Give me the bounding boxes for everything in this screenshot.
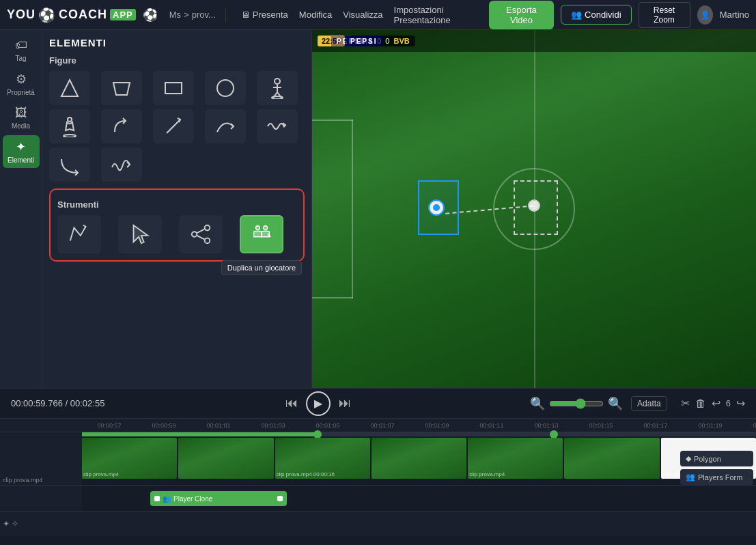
play-button[interactable]: ▶ xyxy=(306,391,331,416)
clip-row-label: clip prova.mp4 xyxy=(3,477,43,484)
svg-line-17 xyxy=(197,236,204,240)
sidebar-item-media[interactable]: 🖼 Media xyxy=(3,102,40,134)
clip-thumb[interactable]: clip prova.mp4 00:00:16 xyxy=(275,438,370,479)
shape-circle[interactable] xyxy=(205,71,246,105)
tools-section: Strumenti xyxy=(49,188,305,262)
shape-diagonal-line[interactable] xyxy=(153,109,194,143)
svg-point-11 xyxy=(64,135,76,137)
clip-thumb[interactable]: clip prova.mp4 xyxy=(468,438,563,479)
timeline-header: 00:00:5700:00:5900:01:0100:01:0300:01:05… xyxy=(0,419,756,432)
breadcrumb: Ms > prov... xyxy=(169,10,216,20)
export-button[interactable]: Esporta Video xyxy=(489,1,554,29)
share-button[interactable]: 👥 Condividi xyxy=(561,5,631,25)
clip-thumb[interactable] xyxy=(564,438,659,479)
playback-controls: ⏮ ▶ ⏭ xyxy=(285,391,351,416)
redo-button[interactable]: ↪ xyxy=(736,397,745,410)
timeline-tick: 00:01:05 xyxy=(300,422,355,429)
tool-duplicate-player[interactable]: Duplica un giocatore xyxy=(240,215,283,253)
zoom-out-button[interactable]: 🔍 xyxy=(530,396,545,411)
timeline-tick: 00:00:57 xyxy=(82,422,137,429)
breadcrumb-ms[interactable]: Ms xyxy=(169,10,181,20)
goal-box-top xyxy=(312,120,353,121)
players-form-icon: 👥 xyxy=(686,473,695,481)
clip-thumb-label: clip prova.mp4 xyxy=(469,471,505,477)
shape-triangle[interactable] xyxy=(49,71,90,105)
shape-curved-path[interactable] xyxy=(49,148,90,182)
zoom-slider[interactable] xyxy=(549,398,604,409)
logo-you: YOU xyxy=(7,8,36,22)
overlay-label-area: ✦ ✧ xyxy=(0,512,82,536)
breadcrumb-prov[interactable]: prov... xyxy=(192,10,216,20)
shape-wavy-line[interactable] xyxy=(257,109,298,143)
nav-presenta[interactable]: 🖥 Presenta xyxy=(241,5,288,25)
animation-row: 👥 Player Clone xyxy=(0,486,756,512)
shape-rectangle[interactable] xyxy=(153,71,194,105)
clips-content: clip prova.mp4clip prova.mp4 00:00:16cli… xyxy=(82,438,756,485)
share-icon: 👥 xyxy=(571,10,582,20)
top-nav: YOU ⚽ COACH APP ⚽ Ms > prov... 🖥 Present… xyxy=(0,0,756,30)
nav-visualizza[interactable]: Visualizza xyxy=(343,5,382,25)
clip-thumb[interactable] xyxy=(372,438,466,479)
clip-label-area: clip prova.mp4 xyxy=(0,438,82,485)
cut-tool-button[interactable]: ✂ xyxy=(681,397,690,410)
sidebar-item-proprieta[interactable]: ⚙ Proprietà xyxy=(3,68,40,100)
clip-thumb[interactable]: clip prova.mp4 xyxy=(82,438,177,479)
player-marker-blue xyxy=(428,199,445,216)
timeline-tick: 00:01:11 xyxy=(464,422,519,429)
track-handle-right[interactable] xyxy=(277,496,283,501)
user-name: Martino xyxy=(720,10,749,20)
nav-divider xyxy=(225,8,226,22)
delete-button[interactable]: 🗑 xyxy=(695,397,706,410)
playback-bar: 00:00:59.766 / 00:02:55 ⏮ ▶ ⏭ 🔍 🔍 Adatta… xyxy=(0,389,756,419)
adapt-button[interactable]: Adatta xyxy=(631,396,667,411)
sidebar-item-elementi[interactable]: ✦ Elementi xyxy=(3,135,40,168)
shapes-grid xyxy=(49,71,305,182)
reset-zoom-button[interactable]: Reset Zoom xyxy=(639,2,690,28)
track-handle-left[interactable] xyxy=(154,496,160,501)
logo: YOU ⚽ COACH APP ⚽ xyxy=(7,7,158,23)
clip-thumb[interactable] xyxy=(178,438,273,479)
shape-person-shadow[interactable] xyxy=(49,109,90,143)
strumenti-title: Strumenti xyxy=(57,199,296,210)
panel-title: ELEMENTI xyxy=(49,37,305,48)
tool-lasso[interactable] xyxy=(57,215,101,253)
shape-trapezoid[interactable] xyxy=(101,71,142,105)
tool-share[interactable] xyxy=(179,215,223,253)
skip-forward-button[interactable]: ⏭ xyxy=(339,396,351,410)
right-sidebar-players-form[interactable]: 👥 Players Form xyxy=(680,469,753,485)
main-area: 🏷 Tag ⚙ Proprietà 🖼 Media ✦ Elementi ELE… xyxy=(0,30,756,388)
nav-modifica[interactable]: Modifica xyxy=(299,5,332,25)
shape-person-standing[interactable] xyxy=(257,71,298,105)
player-clone-track[interactable]: 👥 Player Clone xyxy=(150,491,287,506)
shape-squiggle[interactable] xyxy=(101,148,142,182)
timeline-tick: 00:01:21 xyxy=(738,422,756,429)
svg-point-13 xyxy=(205,225,210,231)
video-area: 22:57 RMA 0 0 BVB PEPSI PEPSI PEPSI xyxy=(312,30,756,388)
shape-curve-arrow[interactable] xyxy=(101,109,142,143)
time-display: 00:00:59.766 / 00:02:55 xyxy=(11,398,107,408)
tool-select[interactable] xyxy=(118,215,162,253)
timeline-tick: 00:01:03 xyxy=(246,422,300,429)
undo-button[interactable]: ↩ xyxy=(712,397,720,410)
skip-back-button[interactable]: ⏮ xyxy=(285,396,298,410)
progress-track xyxy=(82,432,756,436)
right-sidebar-polygon[interactable]: ◆ Polygon xyxy=(680,451,753,466)
goal-box-bottom xyxy=(312,297,353,298)
timeline-tick: 00:01:01 xyxy=(191,422,246,429)
progress-fill xyxy=(82,432,318,436)
right-sidebar: ◆ Polygon 👥 Players Form xyxy=(677,448,756,488)
shape-curved-line[interactable] xyxy=(205,109,246,143)
logo-coach: COACH xyxy=(59,8,107,22)
zoom-in-button[interactable]: 🔍 xyxy=(608,396,623,411)
nav-impostazioni[interactable]: Impostazioni Presentazione xyxy=(394,5,484,25)
anim-label-area xyxy=(0,486,82,511)
score-sep: 0 xyxy=(385,37,389,45)
logo-app-badge: APP xyxy=(110,9,136,20)
sidebar-item-tag[interactable]: 🏷 Tag xyxy=(3,34,40,66)
polygon-icon: ◆ xyxy=(686,454,691,463)
svg-marker-1 xyxy=(113,83,130,95)
right-tools: ✂ 🗑 ↩ 6 ↪ xyxy=(681,397,745,410)
sidebar: 🏷 Tag ⚙ Proprietà 🖼 Media ✦ Elementi xyxy=(0,30,42,388)
timeline-progress[interactable] xyxy=(0,432,756,436)
zoom-control: 🔍 🔍 xyxy=(530,396,623,411)
